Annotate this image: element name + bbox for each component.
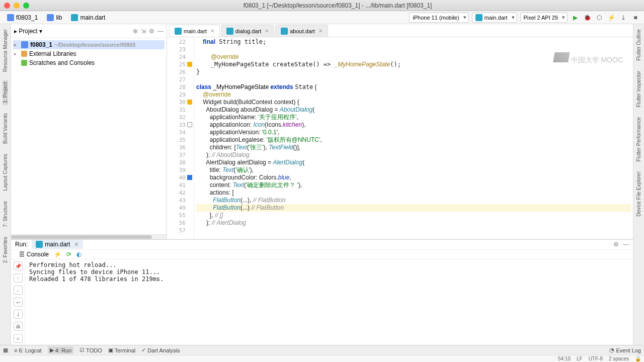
dart-file-icon: [281, 28, 288, 35]
project-h-scrollbar[interactable]: [11, 234, 167, 239]
scroll-end-icon[interactable]: ⤓: [14, 310, 23, 319]
gear-icon[interactable]: ⚙: [613, 241, 619, 248]
tab-dart-analysis[interactable]: ✓ Dart Analysis: [141, 347, 180, 353]
run-tool-window: Run: main.dart✕ ⚙ — ☰ Console ⚡ ⟳ ◐ 📌 ↑ …: [11, 239, 633, 345]
left-tool-rail: Resource Manager 1: Project Build Varian…: [0, 24, 11, 345]
tab-terminal[interactable]: ▣ Terminal: [108, 347, 136, 353]
tab-dialog-dart[interactable]: dialog.dart✕: [221, 25, 274, 37]
status-bar: 54:10 LF UTF-8 2 spaces 🔓: [0, 355, 644, 362]
zoom-icon[interactable]: [23, 3, 29, 9]
hot-restart-icon[interactable]: ⟳: [66, 251, 71, 258]
window-controls: [4, 3, 29, 9]
lock-icon[interactable]: 🔓: [635, 356, 641, 361]
run-side-toolbar: 📌 ↑ ↓ ↩ ⤓ 🖶 »: [11, 259, 25, 345]
console-output[interactable]: Performing hot reload... Syncing files t…: [25, 259, 633, 345]
breadcrumb-root-label: f0803_1: [16, 14, 38, 21]
file-encoding[interactable]: UTF-8: [589, 356, 603, 361]
project-tree[interactable]: ▸ f0803_1 ~/Desktop/lesson/source/f0803 …: [11, 38, 167, 69]
tab-logcat[interactable]: ≡ 6: Logcat: [14, 347, 42, 353]
tab-about-dart[interactable]: about.dart✕: [275, 25, 328, 37]
minimize-icon[interactable]: [14, 3, 20, 9]
pin-icon[interactable]: 📌: [14, 261, 23, 270]
console-tab[interactable]: ☰ Console: [19, 251, 49, 258]
rail-project[interactable]: 1: Project: [3, 80, 8, 105]
close-icon[interactable]: [4, 3, 10, 9]
caret-position[interactable]: 54:10: [558, 356, 571, 361]
soft-wrap-icon[interactable]: ↩: [14, 298, 23, 307]
scratch-icon: [21, 60, 27, 66]
tree-item-scratches[interactable]: Scratches and Consoles: [13, 58, 165, 67]
close-icon[interactable]: ✕: [74, 241, 79, 248]
project-panel: ▸ Project ▾ ⊕ ⇲ ⚙ — ▸ f0803_1 ~/Desktop/…: [11, 24, 167, 239]
gutter[interactable]: 2223242526272829303132333435363738394041…: [167, 37, 194, 239]
project-header: ▸ Project ▾ ⊕ ⇲ ⚙ —: [11, 24, 167, 38]
window-title: f0803_1 [~/Desktop/lesson/source/f0803_1…: [35, 2, 640, 9]
navigation-bar: f0803_1 lib main.dart iPhone 11 (mobile)…: [0, 11, 644, 24]
tool-window-icon[interactable]: ▦: [3, 347, 8, 353]
dart-file-icon: [226, 28, 233, 35]
close-icon[interactable]: ✕: [210, 28, 214, 34]
line-separator[interactable]: LF: [577, 356, 583, 361]
close-icon[interactable]: ✕: [318, 28, 323, 34]
tab-run[interactable]: ▶ 4: Run: [48, 346, 73, 354]
breadcrumb-folder-label: lib: [56, 14, 62, 21]
dart-file-icon: [475, 14, 482, 21]
library-icon: [21, 51, 27, 57]
attach-button[interactable]: ⤓: [619, 13, 628, 22]
rail-device-explorer[interactable]: Device File Explorer: [636, 169, 641, 218]
code-editor[interactable]: final String title; @override _MyHomePag…: [194, 37, 633, 239]
editor-tabs: main.dart✕ dialog.dart✕ about.dart✕: [167, 24, 633, 37]
print-icon[interactable]: 🖶: [14, 322, 23, 331]
tree-item-external-libs[interactable]: ▸ External Libraries: [13, 49, 165, 58]
editor-area: main.dart✕ dialog.dart✕ about.dart✕ 2223…: [167, 24, 633, 239]
right-tool-rail: Flutter Outline Flutter Inspector Flutte…: [633, 24, 644, 345]
tree-item-project-root[interactable]: ▸ f0803_1 ~/Desktop/lesson/source/f0803: [13, 40, 165, 49]
stop-button[interactable]: ■: [631, 13, 640, 22]
breadcrumb-folder[interactable]: lib: [44, 13, 65, 22]
run-config-tab[interactable]: main.dart✕: [32, 240, 83, 249]
folder-icon: [21, 41, 28, 48]
device-selector[interactable]: iPhone 11 (mobile): [409, 13, 468, 23]
bottom-tool-tabs: ▦ ≡ 6: Logcat ▶ 4: Run ☑ TODO ▣ Terminal…: [0, 345, 644, 355]
breadcrumb-file-label: main.dart: [80, 14, 105, 21]
rail-structure[interactable]: 7: Structure: [3, 199, 8, 229]
close-icon[interactable]: ✕: [265, 28, 269, 34]
folder-icon: [47, 14, 54, 21]
dart-file-icon: [36, 241, 43, 248]
expand-icon[interactable]: ⇲: [141, 28, 146, 35]
titlebar: f0803_1 [~/Desktop/lesson/source/f0803_1…: [0, 0, 644, 11]
down-icon[interactable]: ↓: [14, 286, 23, 295]
rail-flutter-inspector[interactable]: Flutter Inspector: [636, 69, 641, 109]
dart-file-icon: [175, 28, 182, 35]
emulator-selector[interactable]: Pixel 2 API 29: [520, 13, 568, 23]
up-icon[interactable]: ↑: [14, 274, 23, 283]
hide-icon[interactable]: —: [623, 241, 629, 248]
breadcrumb-file[interactable]: main.dart: [68, 13, 108, 22]
rail-favorites[interactable]: 2: Favorites: [3, 235, 8, 265]
hot-reload-button[interactable]: ⚡: [607, 13, 616, 22]
indent-info[interactable]: 2 spaces: [609, 356, 629, 361]
debug-button[interactable]: 🐞: [583, 13, 592, 22]
tab-main-dart[interactable]: main.dart✕: [169, 25, 220, 37]
run-config-selector[interactable]: main.dart: [472, 13, 517, 23]
folder-icon: [7, 14, 14, 21]
settings-icon[interactable]: ⚙: [149, 28, 154, 35]
rail-flutter-outline[interactable]: Flutter Outline: [636, 27, 641, 63]
rail-build-variants[interactable]: Build Variants: [3, 111, 8, 146]
rail-flutter-performance[interactable]: Flutter Performance: [636, 115, 641, 163]
more-icon[interactable]: »: [14, 334, 23, 343]
rail-resource-manager[interactable]: Resource Manager: [3, 27, 8, 74]
coverage-button[interactable]: ⬡: [595, 13, 604, 22]
hide-icon[interactable]: —: [157, 28, 164, 35]
locate-icon[interactable]: ⊕: [133, 28, 138, 35]
run-button[interactable]: ▶: [571, 13, 580, 22]
run-label: Run:: [15, 241, 28, 248]
rail-layout-captures[interactable]: Layout Captures: [3, 152, 8, 193]
open-devtools-icon[interactable]: ◐: [76, 251, 82, 258]
tab-todo[interactable]: ☑ TODO: [79, 347, 102, 353]
hot-reload-icon[interactable]: ⚡: [54, 251, 61, 258]
dart-file-icon: [71, 14, 78, 21]
breadcrumb-root[interactable]: f0803_1: [4, 13, 41, 22]
tab-event-log[interactable]: ◔ Event Log: [609, 347, 641, 353]
project-view-selector[interactable]: ▸ Project ▾: [14, 28, 42, 35]
